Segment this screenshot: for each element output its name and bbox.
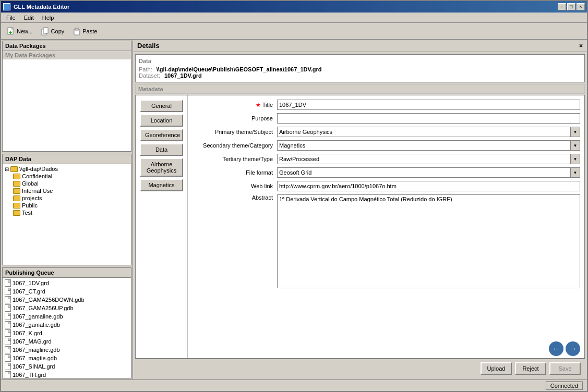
menu-file[interactable]: File [2,14,20,22]
pub-file-sinal[interactable]: 1067_SINAL.grd [4,362,130,371]
dataset-label: Dataset: [139,72,160,79]
folder-icon [13,210,20,216]
path-row: Path: \\gll-dap\mde\Queue\Publish\GEOSOF… [139,66,581,72]
nav-georeference[interactable]: Georeference [140,129,183,141]
pub-file-gama-up[interactable]: 1067_GAMA256UP.gdb [4,304,130,312]
pub-file-1067-ct[interactable]: 1067_CT.grd [4,287,130,296]
pub-file-gama-down[interactable]: 1067_GAMA256DOWN.gdb [4,296,130,304]
paste-label: Paste [82,28,97,34]
save-button[interactable]: Save [549,362,581,375]
file-format-label: File format [192,169,273,176]
prev-arrow-button[interactable]: ← [549,341,563,356]
nav-airborne[interactable]: Airborne Geophysics [140,158,183,177]
pub-file-magline[interactable]: 1067_magline.gdb [4,346,130,354]
maximize-button[interactable]: □ [567,3,575,10]
secondary-select[interactable]: Magnetics Gravity Radiometrics Other [277,140,580,151]
purpose-input[interactable] [277,113,580,124]
primary-theme-row: Primary theme/Subject Airborne Geophysic… [192,127,580,137]
svg-rect-7 [75,28,78,30]
my-data-packages-label: My Data Packages [3,51,131,59]
metadata-nav: General Location Georeference Data Airbo… [136,95,188,358]
file-format-select[interactable]: Geosoft Grid GDB CSV Other [277,167,580,178]
right-panel: Details × Data Path: \\gll-dap\mde\Queue… [133,40,587,379]
left-panel: Data Packages My Data Packages DAP Data … [1,40,133,379]
details-close-button[interactable]: × [579,42,583,50]
tree-root[interactable]: ⊟ \\gll-dap\Dados [4,165,130,173]
copy-button[interactable]: Copy [38,24,68,38]
file-icon [5,346,11,353]
folder-internal-use[interactable]: Internal Use [12,187,130,194]
data-packages-content[interactable] [3,59,131,151]
publishing-queue-section: Publishing Queue 1067_1DV.grd 1067_CT.gr… [2,267,131,378]
copy-icon [41,27,50,35]
pub-file-magtie[interactable]: 1067_magtie.gdb [4,354,130,362]
new-button[interactable]: New... [3,24,37,38]
file-icon [5,354,11,362]
title-input[interactable] [277,100,580,110]
nav-data[interactable]: Data [140,143,183,156]
file-icon [5,279,11,287]
abstract-textarea[interactable]: 1ª Derivada Vertical do Campo Magnético … [277,194,580,288]
paste-button[interactable]: Paste [69,24,101,38]
details-header: Details × [133,40,587,52]
menu-edit[interactable]: Edit [20,14,38,22]
dap-data-content[interactable]: ⊟ \\gll-dap\Dados Confidential Global [3,164,131,264]
data-info-title: Data [139,58,581,64]
pub-file-gamatie[interactable]: 1067_gamatie.gdb [4,321,130,329]
path-label: Path: [139,66,152,72]
details-title: Details [137,42,160,50]
root-folder-icon [10,166,18,172]
publishing-queue-title: Publishing Queue [3,268,131,278]
dap-tree-children: Confidential Global Internal Use pr [4,173,130,216]
upload-button[interactable]: Upload [481,362,512,375]
file-icon [5,329,11,337]
tertiary-select-wrapper: Raw/Processed Raw Processed Interpreted … [277,154,580,164]
nav-magnetics[interactable]: Magnetics [140,179,183,191]
abstract-label: Abstract [192,194,273,201]
pub-file-1067-1dv[interactable]: 1067_1DV.grd [4,279,130,287]
pub-file-th[interactable]: 1067_TH.grd [4,371,130,378]
reject-button[interactable]: Reject [515,362,546,375]
menu-help[interactable]: Help [38,14,58,22]
pub-file-k[interactable]: 1067_K.grd [4,329,130,337]
file-icon [5,296,11,303]
nav-location[interactable]: Location [140,114,183,127]
close-window-button[interactable]: × [577,3,585,10]
minimize-button[interactable]: − [558,3,566,10]
web-link-input[interactable] [277,181,580,191]
publishing-queue-content[interactable]: 1067_1DV.grd 1067_CT.grd 1067_GAMA256DOW… [3,278,131,378]
main-window: GLL Metadata Editor − □ × File Edit Help… [0,0,588,392]
purpose-row: Purpose [192,113,580,124]
copy-label: Copy [51,28,65,34]
window-controls: − □ × [558,3,585,10]
file-icon [5,371,11,378]
main-area: Data Packages My Data Packages DAP Data … [1,40,587,379]
metadata-label: Metadata [135,84,585,94]
required-star: ★ [256,102,261,108]
tertiary-label: Tertiary theme/Type [192,156,273,162]
data-info-panel: Data Path: \\gll-dap\mde\Queue\Publish\G… [135,54,585,82]
next-arrow-button[interactable]: → [566,341,580,356]
pub-file-gamaline[interactable]: 1067_gamaline.gdb [4,312,130,321]
web-link-label: Web link [192,183,273,189]
folder-confidential[interactable]: Confidential [12,173,130,180]
folder-global[interactable]: Global [12,180,130,187]
window-title: GLL Metadata Editor [14,4,69,10]
primary-select[interactable]: Airborne Geophysics Ground Geophysics Ge… [277,127,580,137]
folder-icon [13,188,20,194]
pub-file-mag[interactable]: 1067_MAG.grd [4,337,130,346]
details-content: Data Path: \\gll-dap\mde\Queue\Publish\G… [133,52,587,379]
folder-test[interactable]: Test [12,209,130,216]
title-row: ★Title [192,100,580,110]
folder-public[interactable]: Public [12,202,130,209]
metadata-section: General Location Georeference Data Airbo… [135,95,585,359]
folder-projects[interactable]: projects [12,194,130,202]
primary-label: Primary theme/Subject [192,129,273,135]
folder-icon [13,203,20,209]
tertiary-select[interactable]: Raw/Processed Raw Processed Interpreted [277,154,580,164]
data-packages-section: Data Packages My Data Packages [2,41,131,152]
secondary-label: Secondary theme/Category [192,142,273,149]
status-bar: Connected [1,379,587,391]
file-icon [5,304,11,312]
nav-general[interactable]: General [140,100,183,112]
